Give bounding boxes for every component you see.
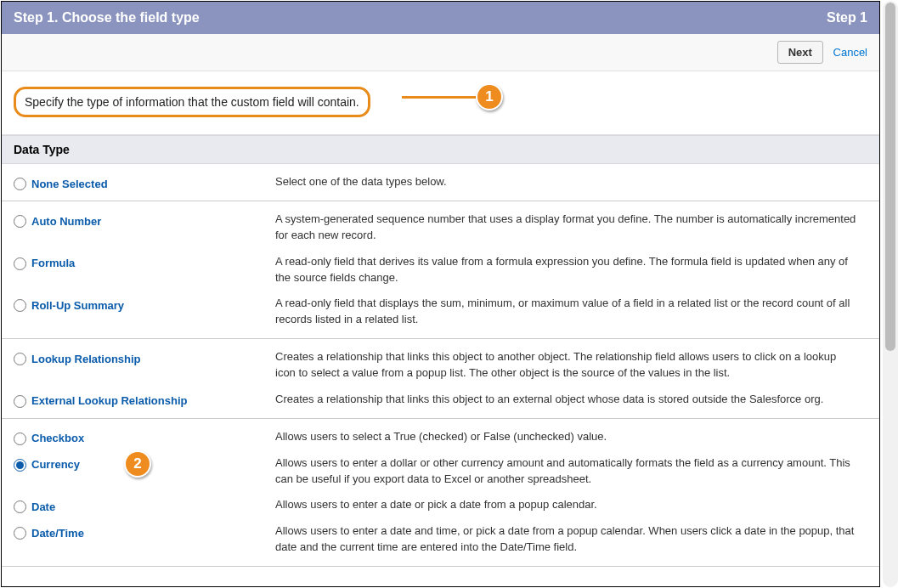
type-group: CheckboxAllows users to select a True (c… bbox=[2, 419, 879, 567]
type-group: Auto NumberA system-generated sequence n… bbox=[2, 201, 879, 339]
type-description: A read-only field that displays the sum,… bbox=[275, 296, 867, 328]
type-radio[interactable] bbox=[14, 433, 26, 445]
type-label[interactable]: Auto Number bbox=[31, 215, 101, 228]
type-radio[interactable] bbox=[14, 257, 26, 270]
type-row: Roll-Up SummaryA read-only field that di… bbox=[2, 291, 879, 333]
type-row: FormulaA read-only field that derives it… bbox=[2, 249, 879, 291]
type-group: Lookup RelationshipCreates a relationshi… bbox=[2, 339, 879, 419]
callout-marker-1: 1 bbox=[476, 83, 503, 110]
type-row: Currency2Allows users to enter a dollar … bbox=[2, 450, 879, 493]
type-label[interactable]: Date/Time bbox=[31, 527, 84, 540]
type-radio[interactable] bbox=[14, 500, 26, 513]
callout-marker-2: 2 bbox=[124, 450, 151, 478]
type-description: A system-generated sequence number that … bbox=[275, 212, 867, 244]
callout-connector bbox=[402, 96, 480, 99]
type-radio[interactable] bbox=[14, 353, 26, 365]
instruction-row: Specify the type of information that the… bbox=[2, 71, 879, 135]
type-description: Creates a relationship that links this o… bbox=[275, 349, 867, 382]
type-description: Select one of the data types below. bbox=[275, 174, 867, 190]
type-radio[interactable] bbox=[14, 395, 26, 408]
type-row: DateAllows users to enter a date or pick… bbox=[2, 492, 879, 518]
type-label[interactable]: Checkbox bbox=[31, 432, 84, 444]
type-description: Creates a relationship that links this o… bbox=[275, 392, 867, 408]
wizard-title: Step 1. Choose the field type bbox=[14, 10, 200, 25]
type-description: Allows users to enter a date and time, o… bbox=[275, 523, 867, 556]
type-description: A read-only field that derives its value… bbox=[275, 254, 867, 286]
cancel-link[interactable]: Cancel bbox=[833, 46, 867, 59]
instruction-text: Specify the type of information that the… bbox=[14, 87, 370, 117]
type-label[interactable]: Lookup Relationship bbox=[31, 353, 141, 365]
type-radio[interactable] bbox=[14, 299, 26, 312]
type-description: Allows users to enter a date or pick a d… bbox=[275, 497, 867, 513]
type-radio[interactable] bbox=[14, 178, 26, 190]
type-row: Auto NumberA system-generated sequence n… bbox=[2, 206, 879, 249]
type-row: Date/TimeAllows users to enter a date an… bbox=[2, 518, 879, 561]
section-header-data-type: Data Type bbox=[2, 135, 879, 164]
type-label[interactable]: Date bbox=[31, 500, 55, 513]
type-radio[interactable] bbox=[14, 459, 26, 472]
type-label[interactable]: Formula bbox=[31, 257, 75, 269]
type-row: None SelectedSelect one of the data type… bbox=[2, 169, 879, 195]
type-label[interactable]: External Lookup Relationship bbox=[31, 394, 187, 407]
next-button[interactable]: Next bbox=[777, 41, 823, 64]
type-description: Allows users to enter a dollar or other … bbox=[275, 455, 867, 488]
type-row: Lookup RelationshipCreates a relationshi… bbox=[2, 344, 879, 387]
wizard-header: Step 1. Choose the field type Step 1 bbox=[2, 2, 879, 34]
wizard-step-indicator: Step 1 bbox=[827, 10, 867, 25]
type-radio[interactable] bbox=[14, 527, 26, 540]
scrollbar-thumb[interactable] bbox=[885, 3, 895, 351]
type-row: CheckboxAllows users to select a True (c… bbox=[2, 424, 879, 450]
actions-bar: Next Cancel bbox=[2, 34, 879, 71]
type-description: Allows users to select a True (checked) … bbox=[275, 429, 867, 445]
type-row: External Lookup RelationshipCreates a re… bbox=[2, 387, 879, 413]
type-label[interactable]: Currency bbox=[31, 458, 80, 471]
type-radio[interactable] bbox=[14, 215, 26, 228]
type-label[interactable]: None Selected bbox=[31, 178, 108, 190]
type-label[interactable]: Roll-Up Summary bbox=[31, 299, 124, 312]
type-group: None SelectedSelect one of the data type… bbox=[2, 164, 879, 201]
